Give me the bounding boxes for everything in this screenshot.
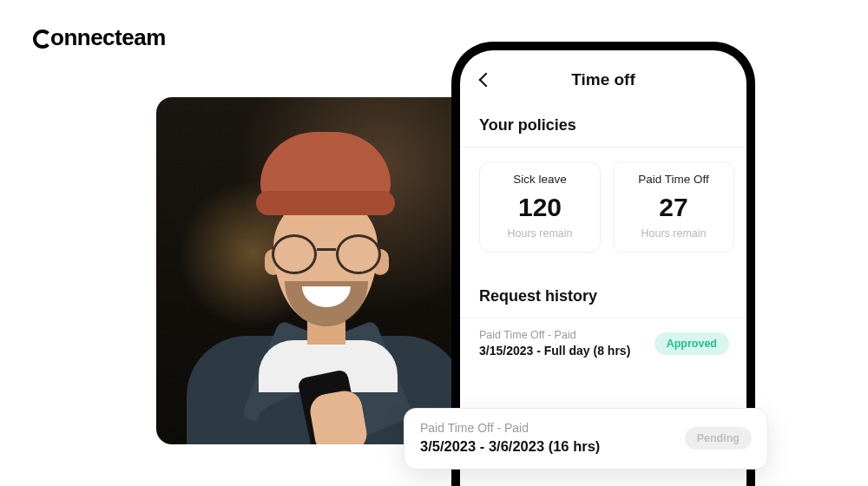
brand-logo: onnecteam	[33, 24, 166, 51]
back-button[interactable]	[474, 68, 498, 92]
policy-card-pto[interactable]: Paid Time Off 27 Hours remain	[613, 161, 734, 253]
page-title: Time off	[571, 70, 635, 89]
request-type: Paid Time Off - Paid	[420, 421, 600, 435]
policy-card-sub: Hours remain	[614, 227, 733, 240]
policy-card-value: 120	[480, 194, 600, 220]
request-row-floating[interactable]: Paid Time Off - Paid 3/5/2023 - 3/6/2023…	[404, 408, 768, 470]
hero-photo	[156, 97, 477, 444]
status-badge-pending: Pending	[685, 427, 752, 450]
policy-card-sick-leave[interactable]: Sick leave 120 Hours remain	[479, 161, 601, 253]
policy-card-label: Paid Time Off	[614, 162, 733, 194]
policy-card-value: 27	[614, 194, 733, 220]
request-detail: 3/5/2023 - 3/6/2023 (16 hrs)	[420, 438, 600, 455]
history-heading: Request history	[460, 268, 746, 318]
policy-card-peek[interactable]	[746, 161, 755, 253]
request-type: Paid Time Off - Paid	[479, 329, 630, 341]
chevron-left-icon	[479, 73, 494, 88]
brand-name: onnecteam	[50, 24, 166, 50]
policy-cards: Sick leave 120 Hours remain Paid Time Of…	[460, 148, 746, 268]
app-header: Time off	[460, 62, 746, 97]
policy-card-label: Sick leave	[480, 162, 600, 194]
request-detail: 3/15/2023 - Full day (8 hrs)	[479, 344, 630, 358]
request-row[interactable]: Paid Time Off - Paid 3/15/2023 - Full da…	[460, 319, 746, 370]
person-illustration	[156, 97, 477, 444]
policies-heading: Your policies	[460, 97, 746, 147]
policy-card-sub: Hours remain	[480, 227, 600, 240]
status-badge-approved: Approved	[654, 332, 729, 355]
logo-c-icon	[33, 30, 52, 49]
